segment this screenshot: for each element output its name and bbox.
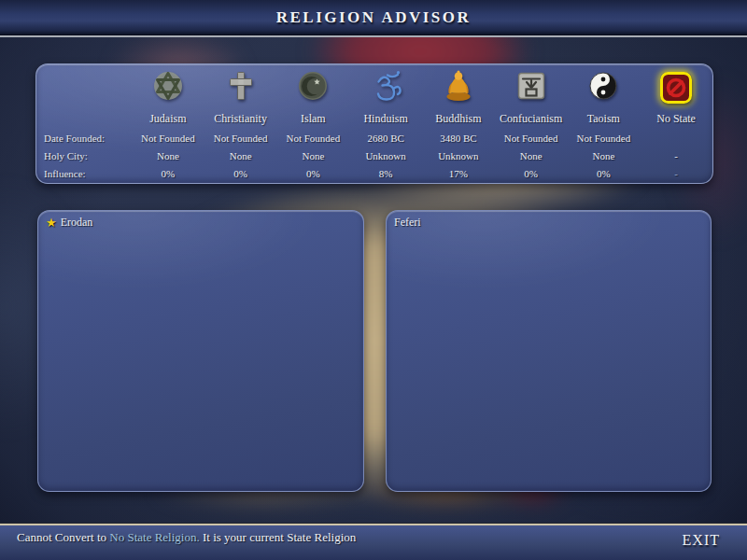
- religion-table: Judaism Christianity Islam Hinduism Budd…: [36, 64, 712, 179]
- player-panel-erodan: ★ Erodan: [37, 210, 364, 492]
- influence-value: -: [640, 168, 712, 179]
- date-founded-value: Not Founded: [495, 133, 568, 144]
- player-panel-header: Feferi: [387, 211, 711, 234]
- influence-value: 0%: [277, 168, 350, 179]
- religion-icon-taoism[interactable]: [568, 67, 641, 108]
- influence-value: 0%: [568, 168, 641, 179]
- influence-value: 8%: [349, 168, 422, 179]
- exit-button[interactable]: EXIT: [677, 531, 726, 550]
- holy-city-value: Unknown: [349, 150, 422, 161]
- religion-advisor-screen: RELIGION ADVISOR: [0, 0, 747, 560]
- cross-icon: [225, 70, 257, 105]
- crescent-star-icon: [297, 70, 329, 105]
- religion-table-panel: Judaism Christianity Islam Hinduism Budd…: [35, 63, 713, 184]
- row-label-date-founded: Date Founded:: [36, 133, 132, 144]
- influence-value: 0%: [204, 168, 277, 179]
- status-message: Cannot Convert to No State Religion. It …: [17, 530, 356, 545]
- date-founded-value: 2680 BC: [349, 133, 422, 144]
- player-panel-header: ★ Erodan: [38, 211, 363, 234]
- date-founded-value: Not Founded: [204, 133, 277, 144]
- holy-city-value: None: [204, 150, 277, 161]
- date-founded-value: Not Founded: [132, 133, 204, 144]
- religion-name: Buddhism: [422, 112, 495, 126]
- yin-yang-icon: [587, 70, 619, 105]
- religion-icon-no-state[interactable]: [640, 67, 712, 108]
- title-bar: RELIGION ADVISOR: [0, 0, 747, 35]
- no-state-icon: [660, 72, 692, 104]
- religion-icon-judaism[interactable]: [132, 67, 204, 108]
- influence-value: 17%: [422, 168, 495, 179]
- title-bar-divider: [0, 35, 747, 37]
- religion-name: Islam: [277, 112, 350, 126]
- religion-icon-hinduism[interactable]: [349, 67, 422, 108]
- religion-icon-islam[interactable]: [277, 67, 350, 108]
- holy-city-value: Unknown: [422, 150, 495, 161]
- row-label-influence: Influence:: [36, 168, 132, 179]
- holy-city-value: None: [495, 150, 568, 161]
- holy-city-value: -: [640, 150, 712, 161]
- religion-name: Judaism: [132, 112, 204, 126]
- religion-icon-confucianism[interactable]: [495, 67, 568, 108]
- religion-name: Hinduism: [349, 112, 422, 126]
- date-founded-value: Not Founded: [568, 133, 641, 144]
- holy-city-value: None: [568, 150, 641, 161]
- status-message-religion-link: No State Religion.: [109, 530, 199, 544]
- influence-value: 0%: [132, 168, 204, 179]
- confucian-glyph-icon: [515, 70, 547, 105]
- status-message-suffix: It is your current State Religion: [200, 530, 357, 544]
- row-label-holy-city: Holy City:: [36, 150, 132, 161]
- holy-city-value: None: [132, 150, 204, 161]
- religion-name: Confucianism: [495, 112, 568, 126]
- capital-star-icon: ★: [46, 217, 57, 229]
- religion-icon-christianity[interactable]: [204, 67, 277, 108]
- religion-name: No State: [640, 112, 712, 126]
- status-bar: Cannot Convert to No State Religion. It …: [0, 525, 747, 560]
- star-of-david-icon: [152, 70, 184, 105]
- city-name: Erodan: [61, 216, 93, 230]
- religion-icon-buddhism[interactable]: [422, 67, 495, 108]
- status-message-prefix: Cannot Convert to: [17, 530, 109, 544]
- religion-name: Christianity: [204, 112, 277, 126]
- buddha-icon: [443, 70, 474, 105]
- city-name: Feferi: [394, 216, 421, 230]
- influence-value: 0%: [495, 168, 568, 179]
- player-panel-feferi: Feferi: [386, 210, 712, 492]
- date-founded-value: 3480 BC: [422, 133, 495, 144]
- date-founded-value: Not Founded: [277, 133, 350, 144]
- holy-city-value: None: [277, 150, 350, 161]
- page-title: RELIGION ADVISOR: [276, 8, 472, 27]
- om-icon: [370, 70, 402, 105]
- religion-name: Taoism: [568, 112, 641, 126]
